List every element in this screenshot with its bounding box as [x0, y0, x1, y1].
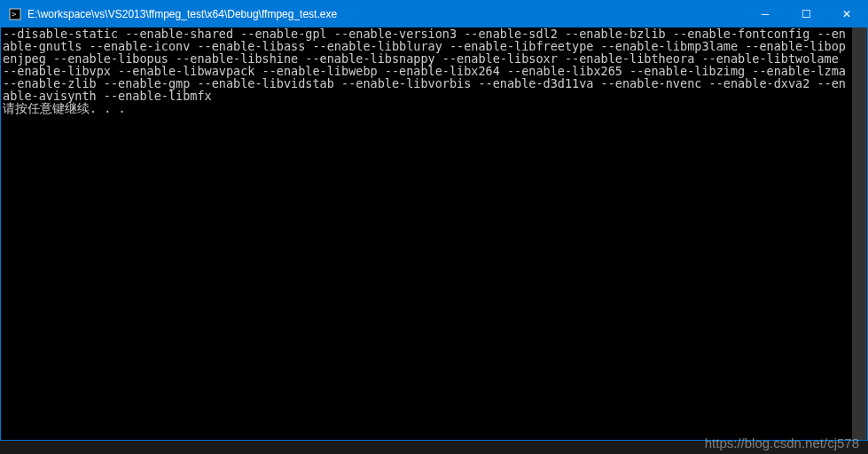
window-controls: ─ ☐ ✕	[745, 1, 867, 27]
maximize-button[interactable]: ☐	[786, 1, 826, 27]
console-output-area[interactable]: --disable-static --enable-shared --enabl…	[1, 27, 867, 440]
console-output-text: --disable-static --enable-shared --enabl…	[3, 27, 853, 103]
maximize-icon: ☐	[802, 8, 811, 20]
minimize-button[interactable]: ─	[745, 1, 786, 27]
scrollbar-thumb[interactable]	[854, 43, 865, 149]
scrollbar-up-button[interactable]: ▲	[852, 27, 867, 43]
console-window: > E:\workspace\vs\VS2013\ffmpeg_test\x64…	[0, 0, 868, 441]
window-title: E:\workspace\vs\VS2013\ffmpeg_test\x64\D…	[27, 8, 745, 20]
titlebar[interactable]: > E:\workspace\vs\VS2013\ffmpeg_test\x64…	[1, 1, 867, 27]
close-button[interactable]: ✕	[826, 1, 867, 27]
console-prompt-text: 请按任意键继续. . .	[3, 101, 126, 115]
chevron-down-icon: ▼	[857, 427, 862, 439]
vertical-scrollbar[interactable]: ▲ ▼	[852, 27, 867, 440]
svg-text:>: >	[12, 10, 17, 19]
close-icon: ✕	[842, 8, 851, 20]
app-icon: >	[8, 7, 22, 21]
scrollbar-down-button[interactable]: ▼	[852, 425, 867, 440]
chevron-up-icon: ▲	[857, 29, 862, 42]
minimize-icon: ─	[762, 8, 770, 20]
